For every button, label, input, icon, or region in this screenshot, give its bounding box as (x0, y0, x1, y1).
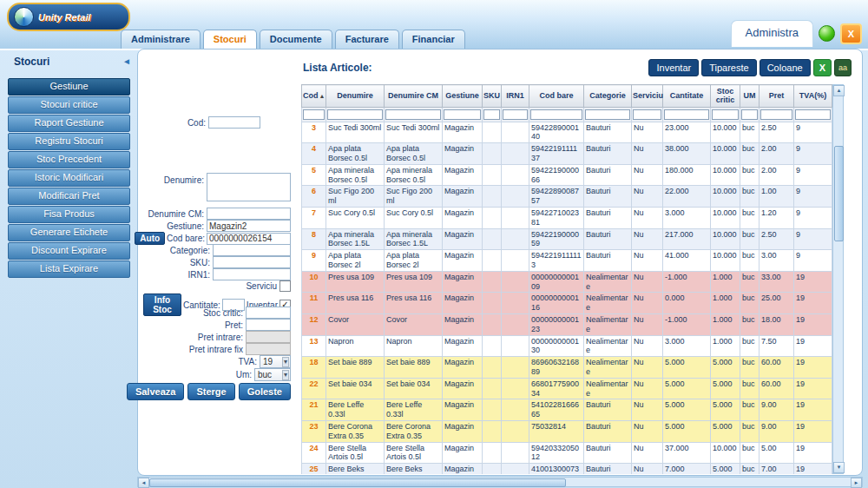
filter-input-cantitate[interactable] (664, 109, 709, 120)
cod-bare-input[interactable] (207, 233, 291, 245)
close-button[interactable]: X (840, 23, 862, 44)
sidebar-item-raport-gestiune[interactable]: Raport Gestiune (8, 115, 130, 132)
table-row[interactable]: 12CovorCovorMagazin0000000000123Nealimen… (302, 314, 832, 336)
table-row[interactable]: 7Suc Cory 0.5lSuc Cory 0.5lMagazin594227… (302, 208, 832, 229)
tab-documente[interactable]: Documente (260, 30, 332, 49)
sidebar-item-discount-expirare[interactable]: Discount Expirare (8, 242, 130, 260)
cell-denumire: Apa plata Borsec 2l (326, 250, 385, 272)
tab-financiar[interactable]: Financiar (402, 30, 465, 49)
filter-input-pret[interactable] (760, 109, 792, 120)
table-row[interactable]: 23Bere Corona Extra 0.35Bere Corona Extr… (302, 421, 832, 443)
sidebar-item-fisa-produs[interactable]: Fisa Produs (8, 206, 130, 223)
sidebar-item-istoric-modificari[interactable]: Istoric Modificari (8, 169, 130, 187)
table-row[interactable]: 24Bere Stella Artois 0.5lBere Stella Art… (302, 442, 832, 464)
user-session-tab[interactable]: Administra (731, 20, 813, 47)
sidebar-item-registru-stocuri[interactable]: Registru Stocuri (8, 133, 130, 150)
filter-input-categorie[interactable] (585, 109, 630, 120)
sidebar-item-lista-expirare[interactable]: Lista Expirare (8, 260, 130, 278)
filter-input-cod-bare[interactable] (530, 109, 582, 120)
column-header-cod[interactable]: Cod▲ (302, 85, 326, 108)
denumire-cm-input[interactable] (207, 208, 291, 220)
table-row[interactable]: 18Set baie 889Set baie 889Magazin8696063… (302, 357, 832, 379)
sku-input[interactable] (213, 256, 291, 268)
table-row[interactable]: 22Set baie 034Set baie 034Magazin6680177… (302, 378, 832, 399)
table-row[interactable]: 4Apa plata Borsec 0.5lApa plata Borsec 0… (302, 143, 832, 165)
table-row[interactable]: 10Pres usa 109Pres usa 109Magazin0000000… (302, 271, 832, 293)
scroll-right-icon[interactable]: ► (851, 478, 862, 488)
column-header-gestiune[interactable]: Gestiune (443, 85, 483, 108)
cell-categorie: Nealimentare (584, 335, 632, 357)
table-row[interactable]: 6Suc Figo 200 mlSuc Figo 200 mlMagazin59… (302, 186, 832, 208)
cell-denumire-cm: Bere Stella Artois 0.5l (385, 442, 443, 464)
table-row[interactable]: 5Apa minerala Borsec 0.5lApa minerala Bo… (302, 164, 832, 186)
serviciu-checkbox[interactable] (279, 280, 291, 292)
column-header-pret[interactable]: Pret (760, 85, 794, 108)
inventar-button[interactable]: Inventar (648, 59, 699, 76)
column-header-stoc-critic[interactable]: Stoc critic (711, 85, 740, 108)
categorie-input[interactable] (213, 244, 291, 256)
salveaza-button[interactable]: Salveaza (127, 383, 184, 400)
column-header-denumire-cm[interactable]: Denumire CM (385, 85, 443, 108)
sidebar-item-modificari-pret[interactable]: Modificari Pret (8, 188, 130, 205)
column-header-denumire[interactable]: Denumire (326, 85, 385, 108)
filter-input-cod[interactable] (303, 109, 325, 120)
column-header-cod-bare[interactable]: Cod bare (529, 85, 584, 108)
column-header-cantitate[interactable]: Cantitate (663, 85, 711, 108)
column-header-um[interactable]: UM (740, 85, 760, 108)
table-vertical-scrollbar[interactable]: ▲ ▼ (832, 84, 844, 474)
horizontal-scrollbar-thumb[interactable] (149, 478, 566, 487)
column-header-irn1[interactable]: IRN1 (502, 85, 529, 108)
filter-input-irn1[interactable] (503, 109, 528, 120)
goleste-button[interactable]: Goleste (239, 383, 291, 400)
sidebar-item-gestiune[interactable]: Gestiune (8, 78, 130, 96)
table-row[interactable]: 9Apa plata Borsec 2lApa plata Borsec 2lM… (302, 250, 832, 272)
scroll-down-icon[interactable]: ▼ (833, 462, 845, 473)
column-header-tva[interactable]: TVA(%) (794, 85, 832, 108)
stoc-critic-input[interactable] (246, 307, 291, 319)
image-export-button[interactable]: aa (834, 59, 852, 76)
tipareste-button[interactable]: Tipareste (701, 59, 756, 76)
column-header-sku[interactable]: SKU (483, 85, 502, 108)
pret-input[interactable] (246, 319, 291, 331)
tab-administrare[interactable]: Administrare (121, 30, 201, 49)
scroll-left-icon[interactable]: ◄ (138, 478, 149, 488)
table-row[interactable]: 11Pres usa 116Pres usa 116Magazin0000000… (302, 293, 832, 314)
horizontal-scrollbar[interactable]: ◄ ► (137, 477, 863, 487)
table-row[interactable]: 13NapronNapronMagazin0000000000130Nealim… (302, 335, 832, 357)
tab-facturare[interactable]: Facturare (335, 30, 399, 49)
cod-input[interactable] (208, 116, 260, 129)
filter-input-sku[interactable] (483, 109, 500, 120)
sidebar-item-generare-etichete[interactable]: Generare Etichete (8, 224, 130, 241)
auto-button[interactable]: Auto (135, 232, 165, 245)
coloane-button[interactable]: Coloane (760, 59, 811, 76)
cell-gestiune: Magazin (443, 250, 483, 272)
filter-input-tva[interactable] (795, 109, 831, 120)
sidebar-item-stocuri-critice[interactable]: Stocuri critice (8, 96, 130, 114)
excel-export-button[interactable]: X (813, 59, 832, 76)
table-row[interactable]: 21Bere Leffe 0.33lBere Leffe 0.33lMagazi… (302, 399, 832, 421)
tva-select[interactable]: 19 ▾ (260, 355, 291, 368)
filter-input-um[interactable] (741, 109, 758, 120)
table-row[interactable]: 8Apa minerala Borsec 1.5LApa minerala Bo… (302, 228, 832, 250)
filter-input-denumire-cm[interactable] (385, 109, 441, 120)
sterge-button[interactable]: Sterge (187, 383, 234, 400)
scroll-up-icon[interactable]: ▲ (833, 85, 845, 96)
tab-stocuri[interactable]: Stocuri (203, 30, 257, 49)
cell-tva: 19 (794, 378, 832, 399)
table-row[interactable]: 25Bere Beks 0.33lBere Beks 0.33lMagazin4… (302, 464, 832, 474)
cell-stoc-critic: 1.000 (711, 271, 740, 293)
gestiune-input[interactable] (207, 220, 291, 232)
filter-input-gestiune[interactable] (444, 109, 481, 120)
collapse-sidebar-icon[interactable]: ◄ (122, 56, 131, 66)
irn1-input[interactable] (213, 268, 291, 280)
sidebar-item-stoc-precedent[interactable]: Stoc Precedent (8, 151, 130, 168)
filter-input-stoc-critic[interactable] (712, 109, 739, 120)
filter-input-serviciu[interactable] (633, 109, 661, 120)
vertical-scrollbar-thumb[interactable] (834, 146, 844, 241)
table-row[interactable]: 3Suc Tedi 300mlSuc Tedi 300mlMagazin5942… (302, 122, 832, 143)
um-select[interactable]: buc ▾ (254, 368, 291, 381)
filter-input-denumire[interactable] (327, 109, 383, 120)
column-header-categorie[interactable]: Categorie (584, 85, 632, 108)
column-header-serviciu[interactable]: Serviciu (632, 85, 663, 108)
denumire-input[interactable] (207, 173, 291, 201)
